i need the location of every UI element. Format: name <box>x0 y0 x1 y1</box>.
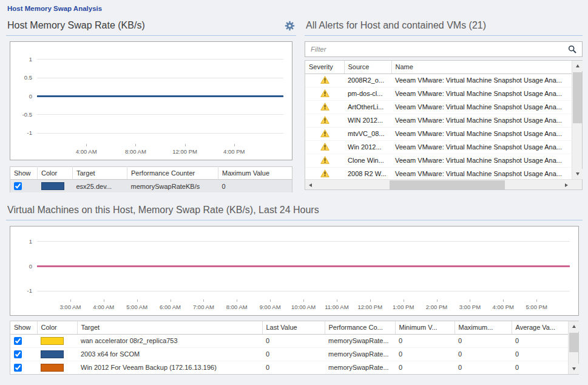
grid-line <box>37 291 570 291</box>
vm-counter: memorySwapRate... <box>328 350 389 358</box>
alert-name: Veeam VMware: Virtual Machine Snapshot U… <box>395 143 562 151</box>
alert-row[interactable]: ArtOtherLi... Veeam VMware: Virtual Mach… <box>305 100 572 114</box>
y-label: 0.5 <box>10 74 32 81</box>
vm-memory-swap-panel: Virtual Machines on this Host, Memory Sw… <box>6 204 583 375</box>
column-header-color[interactable]: Color <box>38 167 73 180</box>
show-checkbox[interactable] <box>14 350 22 358</box>
column-header-minimum-value[interactable]: Minimum V... <box>395 321 455 334</box>
vm-target: Win 2012 For Veeam Backup (172.16.13.196… <box>81 364 217 371</box>
show-checkbox[interactable] <box>14 182 22 190</box>
filter-input[interactable] <box>311 46 564 53</box>
vm-maximum: 0 <box>458 337 462 344</box>
vm-row[interactable]: Win 2012 For Veeam Backup (172.16.13.196… <box>10 361 568 374</box>
column-header-show[interactable]: Show <box>10 321 37 334</box>
host-panel-title: Host Memory Swap Rate (KB/s) <box>7 20 145 31</box>
y-label: -0.5 <box>10 111 32 118</box>
x-label: 6:00 AM <box>160 304 181 310</box>
alert-row[interactable]: Win 2012... Veeam VMware: Virtual Machin… <box>305 140 572 154</box>
gear-icon[interactable] <box>285 21 295 31</box>
vm-header-row: Show Color Target Last Value Performance… <box>10 321 568 334</box>
tick-mark <box>185 144 186 146</box>
vm-row[interactable]: 2003 x64 for SCOM 0 memorySwapRate... 0 … <box>10 347 568 361</box>
alert-row[interactable]: mtvVC_08... Veeam VMware: Virtual Machin… <box>305 127 572 140</box>
warning-icon <box>320 78 329 85</box>
color-swatch <box>41 350 64 358</box>
vm-panel-header: Virtual Machines on this Host, Memory Sw… <box>6 204 583 220</box>
scroll-down-button[interactable] <box>569 364 579 374</box>
vm-grid: Show Color Target Last Value Performance… <box>10 321 579 375</box>
vm-row[interactable]: wan accelerator 08r2_replica753 0 memory… <box>10 334 568 347</box>
x-label: 8:00 AM <box>125 148 146 155</box>
warning-icon <box>320 104 329 112</box>
arrow-down-icon <box>576 172 580 175</box>
y-label: -1 <box>10 287 32 294</box>
arrow-up-icon <box>576 64 580 67</box>
scrollbar-thumb[interactable] <box>390 180 505 189</box>
tick-mark <box>404 299 404 302</box>
host-legend-row[interactable]: esx25.dev... memorySwapRateKB/s 0 <box>10 180 292 193</box>
column-header-last-value[interactable]: Last Value <box>262 321 325 334</box>
scrollbar-track[interactable] <box>316 180 561 189</box>
color-swatch <box>41 337 64 345</box>
column-header-average-value[interactable]: Average Va... <box>512 321 568 334</box>
alerts-grid: Severity Source Name 2008R2_o... <box>305 60 583 190</box>
scrollbar-thumb[interactable] <box>569 333 578 352</box>
warning-icon <box>320 91 329 98</box>
alert-row[interactable]: Clone Win... Veeam VMware: Virtual Machi… <box>305 154 572 167</box>
column-header-color[interactable]: Color <box>37 321 77 334</box>
scroll-down-button[interactable] <box>572 169 583 179</box>
x-label: 7:00 AM <box>193 304 214 310</box>
column-header-performance-counter[interactable]: Performance Co... <box>325 321 395 334</box>
tick-mark <box>536 299 537 302</box>
grid-line <box>37 114 283 115</box>
column-header-target[interactable]: Target <box>73 167 127 180</box>
alert-row[interactable]: WIN 2012... Veeam VMware: Virtual Machin… <box>305 114 572 127</box>
column-header-maximum-value[interactable]: Maximum Value <box>218 167 292 180</box>
vm-average: 0 <box>515 350 519 358</box>
tick-mark <box>135 144 136 146</box>
alert-row[interactable]: pm-dos-cl... Veeam VMware: Virtual Machi… <box>305 87 572 100</box>
x-label: 12:00 PM <box>357 304 382 310</box>
x-label: 3:00 PM <box>459 304 481 310</box>
vm-maximum: 0 <box>458 350 462 358</box>
vm-table: Show Color Target Last Value Performance… <box>10 321 568 374</box>
column-header-maximum-value[interactable]: Maximum... <box>455 321 512 334</box>
column-header-performance-counter[interactable]: Performance Counter <box>127 167 218 180</box>
warning-icon <box>320 158 329 165</box>
vm-average: 0 <box>515 337 519 344</box>
alerts-horizontal-scrollbar[interactable] <box>305 179 582 189</box>
tick-mark <box>104 299 104 302</box>
vm-vertical-scrollbar[interactable] <box>568 321 578 374</box>
tick-mark <box>171 299 171 302</box>
column-header-target[interactable]: Target <box>77 321 262 334</box>
scroll-up-button[interactable] <box>572 61 583 71</box>
vm-panel-title: Virtual Machines on this Host, Memory Sw… <box>7 205 319 216</box>
column-header-show[interactable]: Show <box>10 167 38 180</box>
tick-mark <box>270 299 271 302</box>
alert-source: ArtOtherLi... <box>348 103 384 111</box>
alert-source: Clone Win... <box>348 157 384 164</box>
scroll-right-button[interactable] <box>561 180 572 190</box>
vm-minimum: 0 <box>399 350 402 358</box>
x-label: 5:00 AM <box>126 304 147 310</box>
show-checkbox[interactable] <box>14 337 22 345</box>
tick-mark <box>337 299 337 302</box>
search-icon[interactable] <box>568 45 576 53</box>
scroll-left-button[interactable] <box>305 180 316 190</box>
host-legend-table: Show Color Target Performance Counter Ma… <box>10 166 292 193</box>
alert-row[interactable]: 2008 R2 W... Veeam VMware: Virtual Machi… <box>305 167 572 179</box>
arrow-up-icon <box>572 325 576 328</box>
column-header-severity[interactable]: Severity <box>305 61 344 73</box>
column-header-name[interactable]: Name <box>391 61 572 73</box>
alert-row[interactable]: 2008R2_o... Veeam VMware: Virtual Machin… <box>305 73 572 87</box>
scrollbar-thumb[interactable] <box>573 72 582 123</box>
warning-icon <box>320 145 329 152</box>
color-swatch <box>41 364 64 372</box>
show-checkbox[interactable] <box>14 364 22 372</box>
vm-minimum: 0 <box>399 364 402 371</box>
scroll-up-button[interactable] <box>569 321 579 332</box>
alerts-vertical-scrollbar[interactable] <box>572 61 582 179</box>
column-header-source[interactable]: Source <box>344 61 391 73</box>
y-label: 0 <box>10 263 32 270</box>
tick-mark <box>234 144 235 146</box>
